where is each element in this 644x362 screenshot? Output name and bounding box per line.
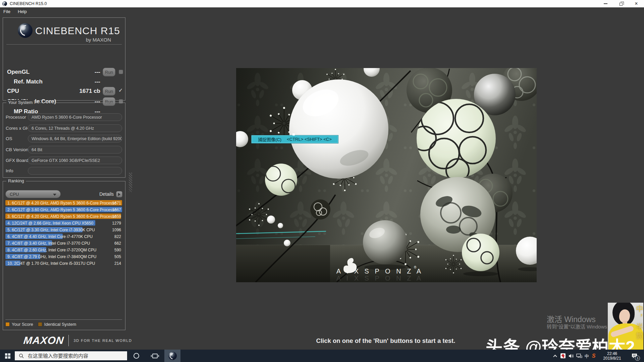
cinebench-logo-text: CINEBENCH R15 (35, 25, 120, 37)
start-button[interactable] (0, 350, 15, 362)
rank-score: 505 (114, 254, 121, 259)
opengl-checkbox[interactable] (119, 70, 123, 74)
by-maxon-text: by MAXON (86, 37, 111, 43)
ranking-legend: Your Score Identical System (5, 322, 76, 327)
status-text: Click on one of the 'Run' buttons to sta… (312, 337, 460, 345)
menubar: File Help (0, 7, 644, 15)
ranking-row[interactable]: 9. 4C/8T @ 2.79 GHz, Intel Core i7-3840Q… (5, 253, 122, 260)
cinebench-taskbar-button[interactable] (164, 350, 180, 362)
network-button[interactable] (575, 350, 584, 362)
rank-score: 1096 (112, 228, 121, 232)
maxon-logo: MAXON (23, 335, 64, 347)
rank-score: 1667 (112, 207, 121, 212)
cortana-button[interactable] (130, 350, 142, 362)
ranking-row[interactable]: 5. 6C/12T @ 3.30 GHz, Intel Core i7-3930… (5, 227, 122, 233)
tray-expand-button[interactable] (551, 350, 559, 362)
processor-field[interactable]: AMD Ryzen 5 3600 6-Core Processor (28, 113, 122, 121)
close-button[interactable]: × (629, 0, 644, 7)
bench-row-refmatch: Ref. Match --- (3, 78, 125, 86)
svg-text:A I X S P O N Z A: A I X S P O N Z A (336, 275, 423, 282)
taskbar-clock[interactable]: 22:46 2019/8/21 (602, 350, 623, 362)
cb-version-field[interactable]: 64 Bit (28, 146, 122, 154)
ranking-row[interactable]: 4. 12C/24T @ 2.66 GHz, Intel Xeon CPU X5… (5, 220, 122, 227)
task-view-icon (152, 354, 158, 358)
cb-version-label: CB Version (6, 147, 29, 152)
desktop: CINEBENCH R15.0 × File Help CINEBENCH R1… (0, 0, 644, 362)
window-title: CINEBENCH R15.0 (10, 1, 47, 6)
ranking-row[interactable]: 7. 4C/8T @ 3.40 GHz, Intel Core i7-3770 … (5, 240, 122, 247)
bench-row-cpu: CPU 1671 cb Run ✓ (3, 88, 125, 95)
rank-score: 662 (114, 241, 121, 246)
aixsponza-text: A I X S P O N Z A (336, 267, 423, 275)
os-field[interactable]: Windows 8, 64 Bit, Enterprise Edition (b… (28, 135, 122, 142)
rank-label: 10. 2C/4T @ 1.70 GHz, Intel Core i5-3317… (7, 261, 95, 266)
taskbar: 中 S 22:46 2019/8/21 3 (0, 350, 644, 362)
sogou-icon: S (592, 353, 596, 359)
rank-label: 7. 4C/8T @ 3.40 GHz, Intel Core i7-3770 … (7, 241, 90, 246)
tray-app-button[interactable] (559, 350, 567, 362)
volume-button[interactable] (567, 350, 576, 362)
cortana-icon (133, 353, 139, 359)
ranking-row[interactable]: 3. 6C/12T @ 4.20 GHz, AMD Ryzen 5 3600 6… (5, 213, 122, 220)
ranking-row[interactable]: 6. 4C/8T @ 4.40 GHz, Intel Core i7-4770K… (5, 233, 122, 240)
rank-label: 3. 6C/12T @ 4.20 GHz, AMD Ryzen 5 3600 6… (7, 214, 116, 219)
rank-label: 4. 12C/24T @ 2.66 GHz, Intel Xeon CPU X5… (7, 221, 93, 226)
capture-tooltip: 捕捉图像(C) <CTRL> <SHIFT> <C> (252, 135, 338, 143)
cinebench-icon (168, 352, 177, 360)
ranking-filter-value: CPU (10, 192, 19, 197)
your-score-legend-label: Your Score (12, 322, 33, 327)
restore-icon (620, 3, 623, 6)
os-label: OS (6, 136, 12, 141)
rank-label: 1. 6C/12T @ 4.20 GHz, AMD Ryzen 5 3600 6… (7, 201, 116, 205)
cpu-label: CPU (7, 88, 19, 95)
ranking-title: Ranking (6, 178, 26, 183)
tooltip-notch (292, 133, 295, 135)
cpu-run-button[interactable]: Run (103, 87, 115, 96)
menu-help[interactable]: Help (18, 9, 27, 14)
sogou-tray-button[interactable]: S (590, 350, 598, 362)
close-icon: × (635, 1, 638, 6)
opengl-run-button[interactable]: Run (103, 68, 115, 76)
rank-score: 822 (114, 234, 121, 239)
panel-splitter[interactable] (129, 173, 132, 192)
ime-indicator[interactable]: 中 (583, 350, 590, 362)
menu-file[interactable]: File (3, 9, 10, 14)
chevron-up-icon (553, 355, 557, 358)
your-system-title: Your System (6, 100, 34, 105)
details-label: Details (99, 191, 114, 197)
cinebench-ball-logo (18, 23, 33, 38)
details-button[interactable] (116, 191, 122, 197)
rank-label: 6. 4C/8T @ 4.40 GHz, Intel Core i7-4770K… (7, 234, 93, 239)
info-field[interactable] (28, 167, 122, 175)
clock-date: 2019/8/21 (603, 356, 621, 361)
cpu-checkmark-icon[interactable]: ✓ (118, 87, 123, 94)
cpu-score-value: 1671 cb (63, 88, 100, 95)
ethernet-icon (576, 353, 582, 359)
taskbar-search[interactable] (14, 351, 127, 361)
task-view-button[interactable] (149, 350, 161, 362)
bench-row-opengl: OpenGL --- Run (3, 69, 125, 76)
restore-button[interactable] (613, 0, 629, 7)
search-input[interactable] (27, 353, 114, 359)
ime-text: 中 (584, 353, 589, 359)
red-app-icon (560, 353, 566, 358)
ranking-row[interactable]: 8. 4C/8T @ 2.60 GHz, Intel Core i7-3720Q… (5, 247, 122, 253)
ranking-row[interactable]: 1. 6C/12T @ 4.20 GHz, AMD Ryzen 5 3600 6… (5, 200, 122, 206)
identical-system-swatch (38, 322, 42, 326)
action-center-button[interactable]: 3 (628, 350, 641, 362)
rank-score: 590 (114, 248, 121, 252)
cores-field[interactable]: 6 Cores, 12 Threads @ 4.20 GHz (28, 124, 122, 132)
gfx-board-field[interactable]: GeForce GTX 1060 3GB/PCIe/SSE2 (28, 157, 122, 164)
maxon-footer: MAXON 3D FOR THE REAL WORLD (23, 335, 132, 347)
rank-score: 214 (114, 261, 121, 266)
render-viewport: A I X S P O N Z A ® A I X S P O N Z A (236, 68, 537, 282)
chevron-down-icon (53, 194, 56, 196)
benchmark-panel: CINEBENCH R15 by MAXON OpenGL --- Run Re… (3, 17, 125, 101)
opengl-label: OpenGL (7, 69, 30, 75)
capture-tooltip-label: 捕捉图像(C) (258, 136, 281, 142)
minimize-button[interactable] (598, 0, 613, 7)
capture-tooltip-shortcut: <CTRL> <SHIFT> <C> (287, 137, 332, 142)
ranking-row[interactable]: 2. 6C/12T @ 3.60 GHz, AMD Ryzen 5 3600 6… (5, 206, 122, 213)
ranking-row[interactable]: 10. 2C/4T @ 1.70 GHz, Intel Core i5-3317… (5, 260, 122, 267)
ranking-filter-dropdown[interactable]: CPU (5, 190, 61, 198)
